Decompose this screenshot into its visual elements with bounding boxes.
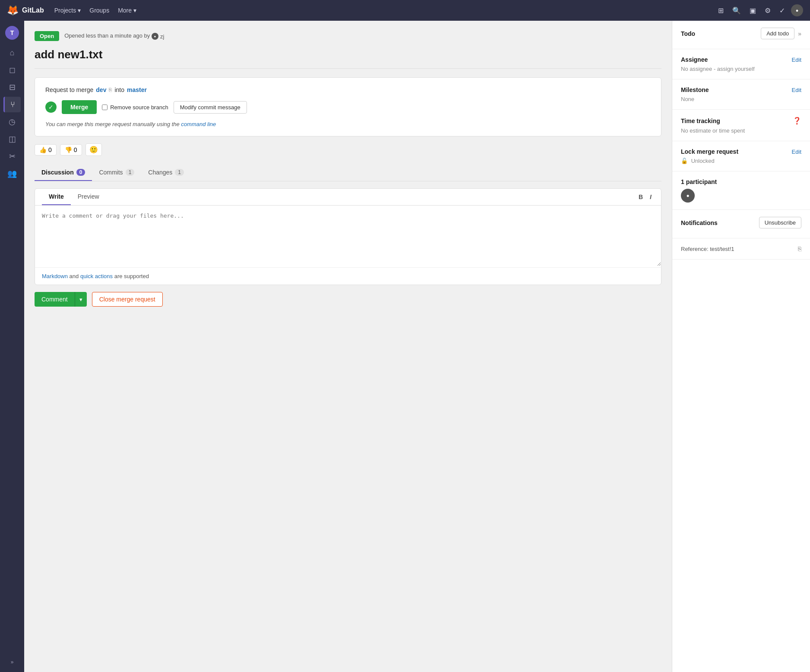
copy-reference-icon[interactable]: ⎘	[798, 245, 801, 252]
gitlab-logo[interactable]: 🦊 GitLab	[7, 5, 44, 16]
open-badge: Open	[35, 31, 59, 41]
tasks-icon[interactable]: ✓	[777, 4, 788, 17]
comment-box: Write Preview B I Markdown and quick act…	[35, 188, 661, 285]
merge-button[interactable]: Merge	[62, 100, 97, 114]
new-item-icon[interactable]: ⊞	[715, 4, 726, 17]
panels-icon[interactable]: ▣	[747, 4, 759, 17]
comment-dropdown-arrow[interactable]: ▾	[75, 292, 87, 307]
italic-button[interactable]: I	[647, 193, 654, 201]
participants-label: 1 participant	[681, 178, 801, 185]
tab-changes[interactable]: Changes 1	[141, 165, 191, 181]
left-sidebar: T ⌂ ◻ ⊟ ⑂ ◷ ◫ ✂ 👥 »	[0, 21, 24, 672]
mr-main-panel: Open Opened less than a minute ago by ● …	[24, 21, 672, 672]
comment-footer: Markdown and quick actions are supported	[35, 267, 661, 285]
add-todo-button[interactable]: Add todo	[761, 28, 794, 39]
reference-section: Reference: test/test!1 ⎘	[672, 238, 810, 260]
reactions-bar: 👍 0 👎 0 🙂	[35, 143, 661, 156]
add-reaction-button[interactable]: 🙂	[85, 143, 102, 156]
preview-tab[interactable]: Preview	[71, 189, 106, 205]
sidebar-item-home[interactable]: ⌂	[3, 45, 21, 60]
tab-discussion[interactable]: Discussion 0	[35, 165, 92, 181]
target-branch-link[interactable]: master	[127, 86, 147, 93]
changes-count-badge: 1	[175, 169, 184, 176]
chevron-down-icon: ▾	[78, 7, 81, 14]
topnav-links: Projects ▾ Groups More ▾	[51, 5, 140, 16]
sidebar-item-scissors[interactable]: ✂	[3, 149, 21, 164]
command-line-link[interactable]: command line	[181, 121, 216, 127]
modify-commit-button[interactable]: Modify commit message	[174, 101, 247, 114]
copy-branch-icon[interactable]: ⎘	[109, 87, 112, 93]
assignee-value: No assignee - assign yourself	[681, 66, 801, 72]
quick-actions-link[interactable]: quick actions	[80, 273, 113, 279]
fox-icon: 🦊	[7, 5, 19, 16]
time-tracking-value: No estimate or time spent	[681, 127, 801, 134]
merge-requests-icon[interactable]: ⚙	[762, 4, 773, 17]
tab-commits[interactable]: Commits 1	[92, 165, 141, 181]
projects-menu[interactable]: Projects ▾	[51, 5, 85, 16]
sidebar-item-issues[interactable]: ◻	[3, 62, 21, 78]
lock-section: Lock merge request Edit 🔓 Unlocked	[672, 141, 810, 171]
source-branch-link[interactable]: dev	[96, 86, 106, 93]
search-icon[interactable]: 🔍	[730, 4, 744, 17]
reference-row: Reference: test/test!1 ⎘	[681, 245, 801, 252]
topnav-right-actions: ⊞ 🔍 ▣ ⚙ ✓ ●	[715, 4, 803, 17]
milestone-row: Milestone Edit	[681, 86, 801, 93]
thumbs-down-button[interactable]: 👎 0	[60, 144, 82, 155]
milestone-section: Milestone Edit None	[672, 79, 810, 110]
groups-menu[interactable]: Groups	[86, 5, 113, 16]
assignee-section: Assignee Edit No assignee - assign yours…	[672, 49, 810, 79]
content-area: Open Opened less than a minute ago by ● …	[24, 21, 810, 672]
user-avatar-sidebar[interactable]: T	[5, 26, 19, 40]
lock-value: 🔓 Unlocked	[681, 158, 801, 164]
sidebar-item-snippets[interactable]: ◫	[3, 131, 21, 147]
notifications-row: Notifications Unsubscribe	[681, 217, 801, 228]
lock-row: Lock merge request Edit	[681, 148, 801, 155]
sidebar-item-users[interactable]: 👥	[3, 166, 21, 181]
notifications-label: Notifications	[681, 219, 718, 226]
remove-source-checkbox[interactable]	[102, 105, 108, 110]
sidebar-item-merge-requests[interactable]: ⑂	[3, 97, 21, 112]
merge-actions: ✓ Merge Remove source branch Modify comm…	[45, 100, 651, 114]
sidebar-expand-icon[interactable]: »	[9, 657, 16, 667]
comment-button[interactable]: Comment	[35, 292, 75, 307]
reference-text: Reference: test/test!1	[681, 246, 734, 252]
merge-request-info: Request to merge dev ⎘ into master	[45, 86, 651, 93]
sidebar-bottom: »	[9, 657, 16, 667]
milestone-edit[interactable]: Edit	[792, 87, 801, 93]
lock-icon: 🔓	[681, 158, 688, 164]
comment-textarea[interactable]	[35, 206, 661, 266]
time-tracking-label: Time tracking	[681, 117, 720, 124]
time-help-icon[interactable]: ❓	[793, 117, 801, 125]
commits-count-badge: 1	[126, 169, 135, 176]
more-menu[interactable]: More ▾	[114, 5, 140, 16]
right-sidebar: Todo Add todo » Assignee Edit No assigne…	[672, 21, 810, 672]
user-avatar[interactable]: ●	[791, 4, 803, 16]
milestone-label: Milestone	[681, 86, 709, 93]
assignee-label: Assignee	[681, 56, 708, 63]
assignee-row: Assignee Edit	[681, 56, 801, 63]
markdown-link[interactable]: Markdown	[42, 273, 68, 279]
close-merge-request-button[interactable]: Close merge request	[92, 292, 163, 307]
remove-source-label[interactable]: Remove source branch	[102, 104, 168, 111]
bold-button[interactable]: B	[636, 193, 645, 201]
sidebar-item-boards[interactable]: ⊟	[3, 79, 21, 95]
todo-row: Todo Add todo »	[681, 28, 801, 39]
participant-avatar[interactable]: ●	[681, 189, 695, 203]
milestone-value: None	[681, 96, 801, 102]
merge-check-icon: ✓	[45, 101, 57, 113]
assignee-edit[interactable]: Edit	[792, 57, 801, 63]
time-tracking-section: Time tracking ❓ No estimate or time spen…	[672, 110, 810, 141]
lock-edit[interactable]: Edit	[792, 149, 801, 155]
manual-merge-info: You can merge this merge request manuall…	[45, 121, 651, 127]
thumbs-up-button[interactable]: 👍 0	[35, 144, 57, 155]
status-text: Opened less than a minute ago by ● zj	[64, 32, 164, 40]
todo-expand-icon[interactable]: »	[798, 30, 801, 37]
sidebar-item-activity[interactable]: ◷	[3, 114, 21, 130]
mr-title: add new1.txt	[35, 48, 661, 69]
unsubscribe-button[interactable]: Unsubscribe	[759, 217, 801, 228]
write-tab[interactable]: Write	[42, 189, 71, 205]
lock-label: Lock merge request	[681, 148, 738, 155]
comment-tabs: Write Preview B I	[35, 189, 661, 206]
participants-section: 1 participant ●	[672, 171, 810, 210]
bottom-actions: Comment ▾ Close merge request	[35, 292, 661, 317]
